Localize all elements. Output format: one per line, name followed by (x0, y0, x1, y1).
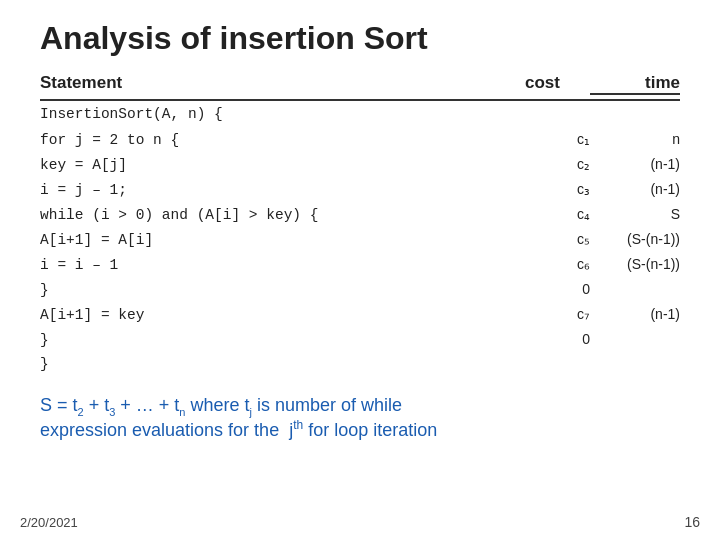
slide: Analysis of insertion Sort Statement cos… (0, 0, 720, 540)
slide-title: Analysis of insertion Sort (40, 20, 680, 57)
header-statement: Statement (40, 73, 460, 95)
cost-cell: 0 (520, 331, 590, 347)
table-row: for j = 2 to n {c₁n (40, 131, 680, 155)
time-cell: (n-1) (590, 156, 680, 172)
cost-cell: c₄ (520, 206, 590, 222)
table-row: InsertionSort(A, n) { (40, 106, 680, 130)
table-row: } (40, 356, 680, 380)
code-cell: key = A[j] (40, 157, 520, 173)
cost-cell: c₅ (520, 231, 590, 247)
table-row: A[i+1] = keyc₇(n-1) (40, 306, 680, 330)
time-cell: (n-1) (590, 181, 680, 197)
content-area: Statement cost time InsertionSort(A, n) … (40, 73, 680, 381)
date-label: 2/20/2021 (20, 515, 78, 530)
header-time: time (590, 73, 680, 95)
cost-cell: c₂ (520, 156, 590, 172)
cost-cell: c₃ (520, 181, 590, 197)
table-row: }0 (40, 331, 680, 355)
code-cell: A[i+1] = A[i] (40, 232, 520, 248)
code-cell: i = j – 1; (40, 182, 520, 198)
table-row: i = i – 1c₆(S-(n-1)) (40, 256, 680, 280)
header-cost: cost (490, 73, 560, 95)
time-cell: (n-1) (590, 306, 680, 322)
table-row: key = A[j]c₂(n-1) (40, 156, 680, 180)
footer-line2: expression evaluations for the jth for l… (40, 418, 680, 441)
time-cell: S (590, 206, 680, 222)
footer-area: S = t2 + t3 + … + tn where tj is number … (40, 395, 680, 441)
code-cell: } (40, 356, 520, 372)
table-row: while (i > 0) and (A[i] > key) {c₄S (40, 206, 680, 230)
footer-line1: S = t2 + t3 + … + tn where tj is number … (40, 395, 680, 418)
table-header: Statement cost time (40, 73, 680, 101)
table-row: A[i+1] = A[i]c₅(S-(n-1)) (40, 231, 680, 255)
time-cell: (S-(n-1)) (590, 231, 680, 247)
code-cell: } (40, 332, 520, 348)
table-row: i = j – 1;c₃(n-1) (40, 181, 680, 205)
cost-cell: c₇ (520, 306, 590, 322)
code-cell: i = i – 1 (40, 257, 520, 273)
code-table: InsertionSort(A, n) { for j = 2 to n {c₁… (40, 105, 680, 381)
code-cell: InsertionSort(A, n) { (40, 106, 520, 122)
time-cell: (S-(n-1)) (590, 256, 680, 272)
cost-cell: c₁ (520, 131, 590, 147)
code-cell: for j = 2 to n { (40, 132, 520, 148)
code-cell: } (40, 282, 520, 298)
code-cell: A[i+1] = key (40, 307, 520, 323)
table-row: }0 (40, 281, 680, 305)
code-cell: while (i > 0) and (A[i] > key) { (40, 207, 520, 223)
cost-cell: c₆ (520, 256, 590, 272)
page-number: 16 (684, 514, 700, 530)
cost-cell: 0 (520, 281, 590, 297)
time-cell: n (590, 131, 680, 147)
